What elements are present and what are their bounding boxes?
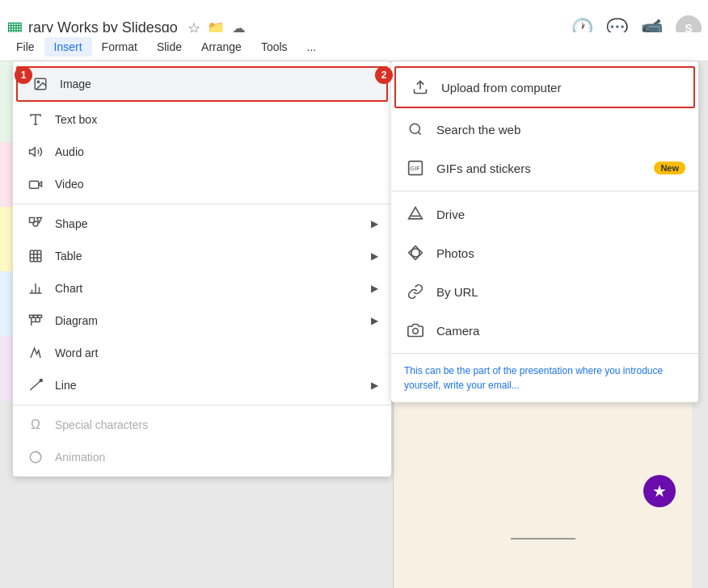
chart-icon	[26, 279, 45, 298]
gif-icon: GIF	[404, 157, 427, 179]
slide-line	[511, 538, 575, 540]
upload-label: Upload from computer	[441, 81, 681, 94]
video-label: Video	[55, 178, 378, 191]
drive-label: Drive	[436, 208, 685, 221]
shape-label: Shape	[55, 217, 371, 230]
submenu-item-photos[interactable]: Photos	[391, 233, 698, 272]
svg-rect-18	[30, 315, 34, 317]
table-icon	[26, 246, 45, 266]
svg-point-28	[40, 380, 42, 382]
url-icon	[404, 280, 427, 303]
menu-arrange[interactable]: Arrange	[192, 37, 251, 57]
submenu-item-search[interactable]: Search the web	[391, 110, 698, 149]
camera-icon	[404, 319, 427, 342]
svg-line-27	[30, 380, 41, 390]
photos-icon	[404, 242, 427, 264]
table-arrow-icon: ▶	[371, 250, 378, 262]
menu-item-table[interactable]: Table ▶	[13, 240, 391, 272]
image-icon	[31, 74, 50, 94]
video-icon	[26, 174, 45, 194]
shape-arrow-icon: ▶	[371, 218, 378, 229]
search-icon	[404, 118, 427, 141]
svg-rect-5	[30, 181, 39, 188]
animation-icon	[26, 447, 45, 467]
line-arrow-icon: ▶	[371, 380, 378, 391]
divider-1	[13, 204, 391, 204]
menu-item-image[interactable]: Image	[18, 68, 386, 100]
svg-point-35	[413, 329, 419, 334]
submenu-item-drive[interactable]: Drive	[391, 195, 698, 233]
image-label: Image	[60, 78, 373, 90]
menu-item-wordart[interactable]: Word art	[13, 337, 391, 369]
submenu-item-gifs[interactable]: GIF GIFs and stickers New	[391, 149, 698, 187]
menu-item-video[interactable]: Video	[13, 168, 391, 200]
image-item-container: Image	[16, 66, 388, 102]
menu-item-special: Ω Special characters	[13, 409, 391, 441]
omega-icon: Ω	[26, 415, 45, 435]
svg-text:GIF: GIF	[410, 165, 420, 172]
upload-item-container: Upload from computer	[394, 66, 695, 108]
byurl-label: By URL	[436, 285, 685, 299]
menu-more[interactable]: ...	[297, 37, 327, 57]
star-decoration: ★	[643, 475, 676, 507]
submenu-item-camera[interactable]: Camera	[391, 311, 698, 350]
menu-item-shape[interactable]: Shape ▶	[13, 208, 391, 240]
svg-rect-9	[30, 250, 41, 262]
drive-icon	[404, 203, 427, 225]
animation-label: Animation	[55, 451, 378, 464]
chart-label: Chart	[55, 282, 371, 295]
svg-marker-4	[30, 148, 36, 157]
special-label: Special characters	[55, 418, 378, 431]
divider-2	[13, 405, 391, 405]
table-label: Table	[55, 250, 371, 262]
svg-point-1	[37, 81, 39, 82]
submenu-item-byurl[interactable]: By URL	[391, 272, 698, 311]
diagram-icon	[26, 311, 45, 330]
submenu-note-text: This can be the part of the presentation…	[404, 365, 663, 391]
submenu-divider-2	[391, 353, 698, 354]
step-1-badge: 1	[15, 66, 32, 84]
camera-label: Camera	[436, 324, 685, 338]
submenu-note-container: This can be the part of the presentation…	[391, 357, 698, 399]
svg-rect-20	[38, 315, 42, 317]
submenu-item-upload[interactable]: Upload from computer	[396, 68, 693, 107]
textbox-icon	[26, 110, 45, 129]
menu-item-line[interactable]: Line ▶	[13, 369, 391, 401]
menu-file[interactable]: File	[6, 37, 44, 57]
line-icon	[26, 376, 45, 395]
audio-icon	[26, 142, 45, 162]
audio-label: Audio	[55, 145, 378, 158]
menu-item-chart[interactable]: Chart ▶	[13, 272, 391, 304]
insert-menu: Image Text box Audio	[13, 61, 391, 477]
svg-line-32	[418, 132, 420, 134]
line-label: Line	[55, 379, 371, 392]
image-submenu: Upload from computer Search the web GIF …	[391, 61, 698, 402]
menu-item-audio[interactable]: Audio	[13, 136, 391, 168]
upload-icon	[409, 76, 432, 99]
svg-rect-19	[34, 315, 38, 317]
photos-label: Photos	[436, 246, 685, 260]
shape-icon	[26, 214, 45, 233]
step-2-badge: 2	[375, 66, 393, 84]
new-badge: New	[654, 162, 685, 174]
svg-point-31	[410, 124, 419, 133]
wordart-icon	[26, 343, 45, 363]
diagram-label: Diagram	[55, 314, 371, 327]
textbox-label: Text box	[55, 113, 378, 126]
menu-slide[interactable]: Slide	[147, 37, 192, 57]
menu-insert[interactable]: Insert	[44, 37, 92, 57]
menu-item-textbox[interactable]: Text box	[13, 103, 391, 136]
menu-item-diagram[interactable]: Diagram ▶	[13, 304, 391, 337]
gifs-label: GIFs and stickers	[436, 162, 654, 175]
search-label: Search the web	[436, 123, 685, 136]
chart-arrow-icon: ▶	[371, 283, 378, 294]
menu-item-animation: Animation	[13, 441, 391, 473]
submenu-divider-1	[391, 191, 698, 191]
menu-format[interactable]: Format	[92, 37, 147, 57]
menu-bar: File Insert Format Slide Arrange Tools .…	[0, 32, 708, 61]
wordart-label: Word art	[55, 346, 378, 359]
diagram-arrow-icon: ▶	[371, 315, 378, 326]
menu-tools[interactable]: Tools	[251, 37, 297, 57]
